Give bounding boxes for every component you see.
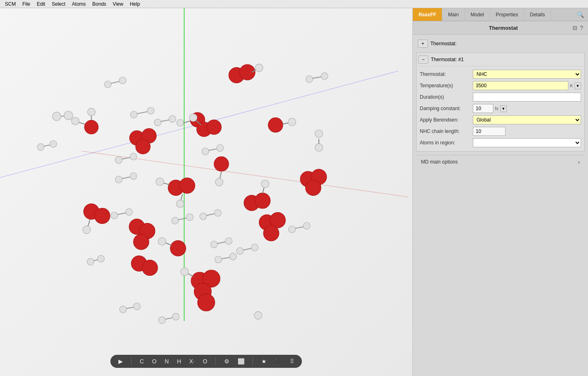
tab-model[interactable]: Model [465,8,490,21]
menu-file[interactable]: File [19,0,33,8]
thermostat-type-select[interactable]: NHC Berendsen None [473,70,581,79]
svg-point-74 [261,180,269,188]
temperature-row: Temperature(s) K ▾ [418,81,583,90]
temperature-label: Temperature(s) [420,83,473,88]
svg-point-43 [214,157,229,171]
nhc-input[interactable] [473,127,506,136]
toolbar-measure[interactable]: ⬛ [273,357,283,365]
damping-label: Damping constant: [420,106,473,111]
toolbar-star[interactable]: ★ [260,357,268,365]
svg-point-41 [37,144,44,150]
panel-content: + Thermostat: − Thermostat: #1 Thermosta… [413,35,588,376]
svg-point-30 [147,107,154,114]
tab-properties[interactable]: Properties [490,8,524,21]
viewport[interactable]: ▶ C O N H X· O ⚙ ⬜ ★ ⬛ ⠿ [0,8,412,376]
svg-point-115 [172,313,179,320]
svg-point-5 [306,76,313,83]
svg-point-107 [198,294,215,311]
svg-point-33 [169,115,176,122]
svg-point-79 [200,213,207,220]
collapse-thermostat-button[interactable]: − [418,55,428,64]
svg-point-63 [216,144,223,151]
atoms-region-label: Atoms in region: [420,140,473,146]
svg-point-97 [236,248,243,254]
toolbar-sep-1 [131,357,131,365]
right-panel: ReaxFF Main Model Properties Details 🔍 T… [412,8,588,376]
damping-control: fs ▾ [473,104,581,113]
svg-point-13 [85,120,98,134]
menu-view[interactable]: View [109,0,127,8]
nhc-label: NHC chain length: [420,128,473,134]
tab-details[interactable]: Details [524,8,551,21]
duration-input[interactable] [473,93,581,102]
toolbar-rect[interactable]: ⬜ [236,357,246,365]
svg-point-15 [71,117,79,125]
toolbar-n[interactable]: N [163,357,170,365]
thermostat-type-label: Thermostat: [420,71,473,77]
toolbar-o[interactable]: O [150,357,158,365]
svg-point-49 [156,178,164,186]
thermostat-section-header: − Thermostat: #1 [418,55,583,66]
thermostat-add-label: Thermostat: [430,41,457,46]
menubar: SCM File Edit Select Atoms Bonds View He… [0,0,588,8]
svg-point-21 [177,119,184,126]
svg-point-27 [189,114,197,122]
temperature-control: K ▾ [473,81,581,90]
menu-scm[interactable]: SCM [2,0,19,8]
svg-point-77 [186,214,193,221]
bottom-toolbar: ▶ C O N H X· O ⚙ ⬜ ★ ⬛ ⠿ [110,355,302,368]
berendsen-select[interactable]: Global Local [473,115,581,124]
tab-main[interactable]: Main [442,8,465,21]
thermostat-type-row: Thermostat: NHC Berendsen None [418,70,583,79]
damping-unit: fs [495,106,499,111]
svg-point-45 [215,178,223,186]
temperature-unit-btn[interactable]: ▾ [575,82,581,89]
md-options-row[interactable]: MD main options › [416,155,585,168]
svg-point-8 [105,81,111,88]
menu-edit[interactable]: Edit [33,0,49,8]
tab-reaxff[interactable]: ReaxFF [413,8,442,21]
svg-point-3 [255,64,263,72]
panel-settings-icon[interactable]: ⊟ [572,24,577,31]
molecules-svg [0,8,412,376]
berendsen-label: Apply Berendsen: [420,117,473,123]
svg-point-34 [268,117,283,132]
damping-unit-btn[interactable]: ▾ [500,105,507,112]
damping-input[interactable] [473,104,493,113]
panel-help-icon[interactable]: ? [580,24,583,31]
svg-point-25 [207,120,221,135]
svg-point-103 [142,260,158,276]
svg-point-118 [215,256,222,263]
duration-control [473,93,581,102]
temperature-input[interactable] [473,81,568,90]
thermostat-section: − Thermostat: #1 Thermostat: NHC Berends… [416,53,585,152]
svg-point-54 [130,173,137,179]
toolbar-dots[interactable]: ⠿ [288,357,296,365]
svg-point-39 [315,144,323,151]
md-options-chevron: › [578,159,580,165]
toolbar-gear[interactable]: ⚙ [223,357,231,365]
menu-select[interactable]: Select [49,0,69,8]
toolbar-x[interactable]: X· [188,357,196,365]
tab-search-icon[interactable]: 🔍 [573,10,588,20]
main-content: ▶ C O N H X· O ⚙ ⬜ ★ ⬛ ⠿ ReaxFF Main [0,8,588,376]
svg-point-90 [170,241,186,256]
thermostat-section-label: Thermostat: #1 [431,57,464,62]
menu-atoms[interactable]: Atoms [69,0,89,8]
menu-help[interactable]: Help [127,0,143,8]
svg-point-76 [172,217,178,224]
svg-point-57 [130,153,137,160]
menu-bonds[interactable]: Bonds [89,0,109,8]
add-thermostat-button[interactable]: + [418,40,428,48]
toolbar-cursor[interactable]: ▶ [117,357,125,365]
svg-point-65 [94,208,110,223]
atoms-region-select[interactable] [473,138,581,147]
toolbar-c[interactable]: C [138,357,145,365]
svg-point-36 [288,118,296,126]
toolbar-o2[interactable]: O [201,357,209,365]
toolbar-h[interactable]: H [175,357,183,365]
svg-point-47 [179,178,195,193]
svg-point-94 [211,241,218,248]
svg-point-116 [254,312,262,319]
svg-point-29 [130,111,137,118]
